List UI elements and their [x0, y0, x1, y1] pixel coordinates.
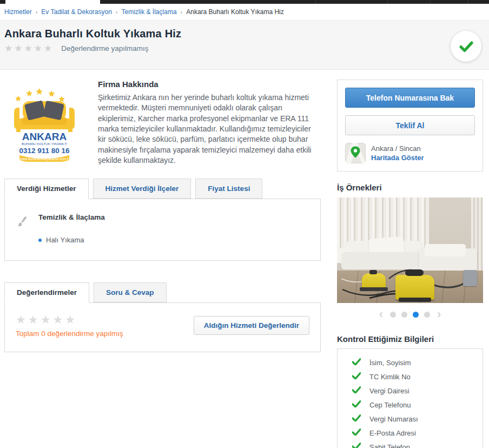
- check-icon: [352, 414, 361, 424]
- check-icon: [352, 428, 361, 438]
- check-label: E-Posta Adresi: [369, 429, 416, 437]
- service-item-label: Halı Yıkama: [46, 236, 84, 244]
- about-text-block: Firma Hakkında Şirketimiz Ankara nın her…: [98, 80, 321, 166]
- tab-separator: [468, 1, 468, 4]
- check-icon: [352, 400, 361, 410]
- breadcrumb-separator: ›: [36, 9, 38, 15]
- check-icon: [352, 358, 361, 367]
- brush-icon: [15, 214, 33, 232]
- logo-website-text: www.buharlikoltukyikama.com.tr: [20, 157, 70, 161]
- breadcrumb: Hizmetler › Ev Tadilat & Dekorasyon › Te…: [0, 4, 489, 21]
- service-category-block: Temizlik & İlaçlama: [32, 213, 105, 231]
- tab-separator: [387, 1, 388, 4]
- services-tab-box: Verdiği Hizmetler Hizmet Verdiği İlçeler…: [4, 179, 321, 261]
- reviews-summary-block: ★★★★★ Toplam 0 değerlendirme yapılmış: [16, 314, 123, 338]
- check-icon: [352, 372, 361, 381]
- check-label: Cep Telefonu: [369, 401, 411, 409]
- breadcrumb-current: Ankara Buharlı Koltuk Yıkama Hiz: [186, 8, 284, 16]
- steam-machine-large: [395, 275, 434, 300]
- check-icon: [352, 442, 361, 448]
- tab-separator: [315, 1, 316, 4]
- logo-subtitle-text: BUHARLI KOLTUK YIKAMA ®: [22, 142, 67, 146]
- browser-active-tab[interactable]: [5, 0, 100, 4]
- show-phone-button[interactable]: Telefon Numarasına Bak: [345, 88, 475, 108]
- check-item-sabit-telefon: Sabit Telefon: [338, 440, 483, 448]
- check-label: Sabit Telefon: [369, 443, 410, 448]
- carousel-dot-1[interactable]: [390, 312, 396, 318]
- location-texts: Ankara / Sincan Haritada Göster: [371, 144, 424, 162]
- rating-stars-empty: ★★★★★: [4, 44, 54, 53]
- carousel-dot-2[interactable]: [401, 312, 407, 318]
- browser-tab-strip: [0, 0, 489, 4]
- rate-service-button[interactable]: Aldığın Hizmeti Değerlendir: [194, 316, 309, 335]
- tab-separator: [430, 1, 431, 4]
- services-content: Temizlik & İlaçlama Halı Yıkama: [4, 199, 321, 261]
- map-pin-icon: [351, 146, 360, 158]
- tab-degerlendirmeler[interactable]: Değerlendirmeler: [4, 282, 89, 303]
- services-tab-row: Verdiği Hizmetler Hizmet Verdiği İlçeler…: [4, 179, 321, 199]
- tab-soru-cevap[interactable]: Soru & Cevap: [94, 282, 167, 302]
- right-column: Telefon Numarasına Bak Teklif Al Ankara …: [337, 80, 483, 448]
- company-logo: ANKARA BUHARLI KOLTUK YIKAMA ® 0312 911 …: [4, 80, 98, 166]
- vacuum-head: [463, 270, 477, 286]
- main-content: ANKARA BUHARLI KOLTUK YIKAMA ® 0312 911 …: [0, 70, 489, 448]
- verified-info-card: İsim, Soyisim TC Kimlik No Vergi Dairesi…: [337, 348, 483, 448]
- tab-verdigi-hizmetler[interactable]: Verdiği Hizmetler: [4, 179, 89, 199]
- check-label: İsim, Soyisim: [369, 359, 411, 367]
- check-label: TC Kimlik No: [369, 373, 411, 381]
- page-header: Ankara Buharlı Koltuk Yıkama Hiz ★★★★★ D…: [0, 21, 489, 70]
- steam-machine-small: [362, 273, 386, 289]
- check-item-eposta: E-Posta Adresi: [338, 426, 483, 440]
- check-icon: [352, 386, 361, 396]
- breadcrumb-link-hizmetler[interactable]: Hizmetler: [4, 8, 32, 16]
- breadcrumb-separator: ›: [181, 9, 183, 15]
- carousel-controls: ‹ ›: [337, 308, 483, 320]
- logo-phone-text: 0312 911 80 16: [19, 147, 70, 155]
- verified-badge: [451, 31, 481, 62]
- service-category-name: Temizlik & İlaçlama: [32, 213, 105, 221]
- checkmark-icon: [458, 38, 474, 55]
- service-category-row: Temizlik & İlaçlama: [16, 213, 309, 231]
- reviews-tab-row: Değerlendirmeler Soru & Cevap: [4, 282, 321, 302]
- contact-card: Telefon Numarasına Bak Teklif Al Ankara …: [337, 80, 483, 172]
- verified-info-heading: Kontrol Ettiğimiz Bilgileri: [337, 334, 483, 344]
- page-title: Ankara Buharlı Koltuk Yıkama Hiz: [4, 28, 489, 40]
- breadcrumb-link-temizlik[interactable]: Temizlik & İlaçlama: [122, 8, 177, 16]
- show-on-map-link[interactable]: Haritada Göster: [371, 154, 424, 162]
- breadcrumb-separator: ›: [116, 9, 118, 15]
- portfolio-photo: [337, 197, 483, 303]
- tab-fiyat-listesi[interactable]: Fiyat Listesi: [195, 179, 262, 199]
- review-summary-text: Toplam 0 değerlendirme yapılmış: [16, 330, 123, 338]
- about-heading: Firma Hakkında: [98, 80, 321, 89]
- reviews-tab-box: Değerlendirmeler Soru & Cevap ★★★★★ Topl…: [4, 282, 321, 352]
- bullet-dot: [38, 239, 42, 242]
- company-logo-image: ANKARA BUHARLI KOLTUK YIKAMA ® 0312 911 …: [10, 80, 79, 162]
- check-label: Vergi Dairesi: [369, 387, 409, 395]
- rating-caption: Değerlendirme yapılmamış: [61, 44, 148, 52]
- check-label: Vergi Numarası: [369, 415, 418, 423]
- service-item: Halı Yıkama: [38, 236, 309, 244]
- get-offer-button[interactable]: Teklif Al: [345, 115, 475, 135]
- carousel-dot-3[interactable]: [413, 312, 419, 318]
- breadcrumb-link-ev-tadilat[interactable]: Ev Tadilat & Dekorasyon: [41, 8, 112, 16]
- about-body: Şirketimiz Ankara nın her yerinde buharl…: [98, 93, 321, 166]
- check-item-vergi-numarasi: Vergi Numarası: [338, 412, 483, 426]
- tab-hizmet-verdigi-ilceler[interactable]: Hizmet Verdiği İlçeler: [93, 179, 191, 199]
- reviews-content: ★★★★★ Toplam 0 değerlendirme yapılmış Al…: [4, 302, 321, 352]
- check-item-vergi-dairesi: Vergi Dairesi: [338, 384, 483, 398]
- check-item-isim: İsim, Soyisim: [338, 355, 483, 370]
- location-label: Ankara / Sincan: [371, 144, 424, 153]
- check-item-cep-telefonu: Cep Telefonu: [338, 398, 483, 412]
- location-row: Ankara / Sincan Haritada Göster: [345, 143, 475, 163]
- header-rating: ★★★★★ Değerlendirme yapılmamış: [4, 44, 489, 53]
- review-stars-empty: ★★★★★: [16, 314, 123, 325]
- map-thumbnail[interactable]: [345, 143, 366, 163]
- check-item-tc: TC Kimlik No: [338, 370, 483, 384]
- about-section: ANKARA BUHARLI KOLTUK YIKAMA ® 0312 911 …: [4, 80, 321, 166]
- left-column: ANKARA BUHARLI KOLTUK YIKAMA ® 0312 911 …: [4, 80, 321, 448]
- logo-brand-text: ANKARA: [22, 131, 67, 142]
- carousel-dot-4[interactable]: [424, 312, 430, 318]
- carousel-prev-icon[interactable]: ‹: [375, 308, 387, 320]
- carousel-next-icon[interactable]: ›: [433, 308, 445, 320]
- portfolio-heading: İş Örnekleri: [337, 183, 483, 192]
